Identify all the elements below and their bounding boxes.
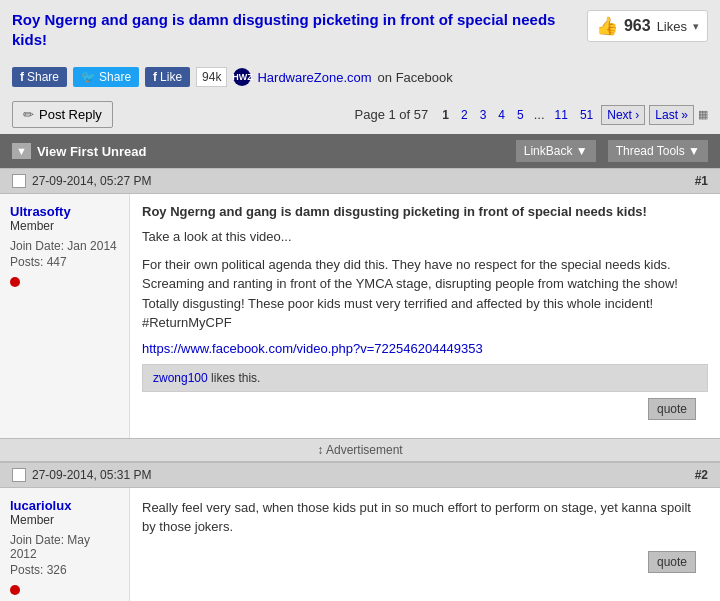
post-date-icon bbox=[12, 174, 26, 188]
post-1-likes-user[interactable]: zwong100 bbox=[153, 371, 208, 385]
linkback-button[interactable]: LinkBack ▼ bbox=[516, 140, 596, 162]
post-1-first-line: Roy Ngerng and gang is damn disgusting p… bbox=[142, 204, 708, 219]
twitter-bird-icon: 🐦 bbox=[81, 70, 96, 84]
page-11-link[interactable]: 11 bbox=[551, 106, 572, 124]
likes-dropdown-icon[interactable]: ▾ bbox=[693, 20, 699, 33]
hwz-link[interactable]: HardwareZone.com bbox=[257, 70, 371, 85]
post-2-post-count: Posts: 326 bbox=[10, 563, 119, 577]
post-2: 27-09-2014, 05:31 PM #2 lucariolux Membe… bbox=[0, 462, 720, 602]
post-1-content: Roy Ngerng and gang is damn disgusting p… bbox=[130, 194, 720, 438]
likes-label: Likes bbox=[657, 19, 687, 34]
last-page-button[interactable]: Last » bbox=[649, 105, 694, 125]
thread-tools-area: LinkBack ▼ Thread Tools ▼ bbox=[516, 140, 708, 162]
post-2-quote-wrap: quote bbox=[142, 545, 708, 581]
post-1-quote-wrap: quote bbox=[142, 392, 708, 428]
post-1-link[interactable]: https://www.facebook.com/video.php?v=722… bbox=[142, 341, 483, 356]
edit-icon: ✏ bbox=[23, 107, 34, 122]
page-5-link[interactable]: 5 bbox=[513, 106, 528, 124]
post-2-date: 27-09-2014, 05:31 PM bbox=[12, 468, 151, 482]
facebook-f2-icon: f bbox=[153, 70, 157, 84]
post-1-online-dot bbox=[10, 277, 20, 287]
post-1-user-meta: Join Date: Jan 2014 Posts: 447 bbox=[10, 239, 119, 269]
post-1-body1: Take a look at this video... bbox=[142, 227, 708, 247]
view-first-unread-button[interactable]: ▼ View First Unread bbox=[12, 143, 146, 159]
page-1-link[interactable]: 1 bbox=[438, 106, 453, 124]
pagination-icon: ▦ bbox=[698, 108, 708, 121]
post-1-post-count: Posts: 447 bbox=[10, 255, 119, 269]
likes-box[interactable]: 👍 963 Likes ▾ bbox=[587, 10, 708, 42]
page-4-link[interactable]: 4 bbox=[494, 106, 509, 124]
pagination-area: Page 1 of 57 1 2 3 4 5 ... 11 51 Next › … bbox=[355, 105, 708, 125]
facebook-share-button[interactable]: f Share bbox=[12, 67, 67, 87]
page-2-link[interactable]: 2 bbox=[457, 106, 472, 124]
facebook-like-button[interactable]: f Like bbox=[145, 67, 190, 87]
post-1-date: 27-09-2014, 05:27 PM bbox=[12, 174, 151, 188]
post-1-header: 27-09-2014, 05:27 PM #1 bbox=[0, 169, 720, 194]
post-2-date-icon bbox=[12, 468, 26, 482]
advertisement-bar: Advertisement bbox=[0, 438, 720, 462]
post-2-join-date: Join Date: May 2012 bbox=[10, 533, 119, 561]
twitter-share-button[interactable]: 🐦 Share bbox=[73, 67, 139, 87]
like-count: 94k bbox=[196, 67, 227, 87]
down-triangle-icon: ▼ bbox=[12, 143, 31, 159]
post-1: 27-09-2014, 05:27 PM #1 Ultrasofty Membe… bbox=[0, 168, 720, 438]
next-page-button[interactable]: Next › bbox=[601, 105, 645, 125]
post-1-body: Ultrasofty Member Join Date: Jan 2014 Po… bbox=[0, 194, 720, 438]
post-2-user-panel: lucariolux Member Join Date: May 2012 Po… bbox=[0, 488, 130, 602]
post-2-role: Member bbox=[10, 513, 119, 527]
post-1-quote-button[interactable]: quote bbox=[648, 398, 696, 420]
page-3-link[interactable]: 3 bbox=[476, 106, 491, 124]
thread-title-area: 👍 963 Likes ▾ Roy Ngerng and gang is dam… bbox=[0, 0, 720, 59]
thread-tools-button[interactable]: Thread Tools ▼ bbox=[608, 140, 708, 162]
post-reply-button[interactable]: ✏ Post Reply bbox=[12, 101, 113, 128]
post-1-number: #1 bbox=[695, 174, 708, 188]
post-2-username[interactable]: lucariolux bbox=[10, 498, 119, 513]
pagination-text: Page 1 of 57 bbox=[355, 107, 429, 122]
post-2-number: #2 bbox=[695, 468, 708, 482]
social-bar: f Share 🐦 Share f Like 94k HWZ HardwareZ… bbox=[0, 59, 720, 95]
on-facebook-text: on Facebook bbox=[378, 70, 453, 85]
post-1-role: Member bbox=[10, 219, 119, 233]
facebook-f-icon: f bbox=[20, 70, 24, 84]
post-2-body: lucariolux Member Join Date: May 2012 Po… bbox=[0, 488, 720, 602]
post-1-user-panel: Ultrasofty Member Join Date: Jan 2014 Po… bbox=[0, 194, 130, 438]
post-2-user-meta: Join Date: May 2012 Posts: 326 bbox=[10, 533, 119, 577]
post-1-username[interactable]: Ultrasofty bbox=[10, 204, 119, 219]
thread-header-bar: ▼ View First Unread LinkBack ▼ Thread To… bbox=[0, 134, 720, 168]
post-1-body2: For their own political agenda they did … bbox=[142, 255, 708, 333]
likes-count: 963 bbox=[624, 17, 651, 35]
thread-title: Roy Ngerng and gang is damn disgusting p… bbox=[12, 11, 555, 48]
post-2-header: 27-09-2014, 05:31 PM #2 bbox=[0, 463, 720, 488]
post-1-join-date: Join Date: Jan 2014 bbox=[10, 239, 119, 253]
post-1-likes-tag: zwong100 likes this. bbox=[142, 364, 708, 392]
pagination-ellipsis: ... bbox=[532, 105, 547, 124]
post-2-body1: Really feel very sad, when those kids pu… bbox=[142, 498, 708, 537]
hwz-logo: HWZ bbox=[233, 68, 251, 86]
post-2-content: Really feel very sad, when those kids pu… bbox=[130, 488, 720, 602]
post-2-quote-button[interactable]: quote bbox=[648, 551, 696, 573]
post-2-online-dot bbox=[10, 585, 20, 595]
thumbs-up-icon: 👍 bbox=[596, 15, 618, 37]
toolbar-row: ✏ Post Reply Page 1 of 57 1 2 3 4 5 ... … bbox=[0, 95, 720, 134]
page-51-link[interactable]: 51 bbox=[576, 106, 597, 124]
